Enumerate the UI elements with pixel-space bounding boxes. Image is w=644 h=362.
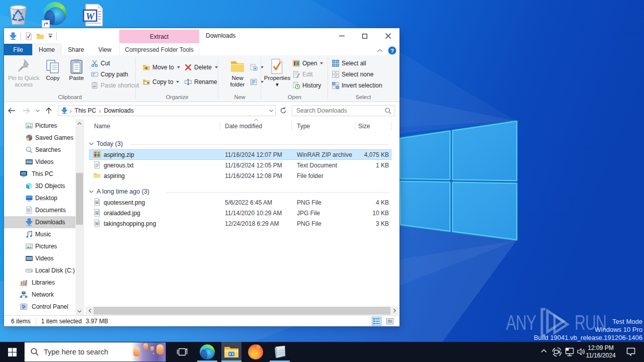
column-header-type[interactable]: Type: [297, 121, 310, 132]
sidebar-item-local-disk-c-[interactable]: Local Disk (C:): [4, 264, 75, 277]
file-row-oraladded-jpg[interactable]: oraladded.jpg 11/14/2020 10:29 AM JPG Fi…: [89, 208, 391, 218]
desktop-icon-word-document[interactable]: W: [83, 4, 107, 30]
sidebar-item-pictures[interactable]: Pictures: [4, 240, 75, 252]
ribbon-button-new-folder[interactable]: New folder: [224, 56, 251, 93]
address-bar[interactable]: › This PC › Downloads: [58, 105, 276, 116]
tab-file[interactable]: File: [4, 44, 32, 55]
minimize-button[interactable]: [330, 28, 353, 44]
breadcrumb-this-pc[interactable]: This PC: [73, 107, 97, 114]
up-button[interactable]: [42, 107, 55, 114]
search-icon[interactable]: [385, 108, 391, 114]
breadcrumb-downloads[interactable]: Downloads: [103, 107, 134, 114]
column-header-date-modified[interactable]: Date modified: [225, 121, 262, 132]
search-highlight-image[interactable]: [131, 342, 166, 361]
ribbon-button-paste[interactable]: Paste: [65, 56, 88, 93]
sidebar-item-desktop[interactable]: Desktop: [4, 192, 75, 204]
ribbon-button-paste-shortcut[interactable]: Paste shortcut: [91, 80, 139, 91]
ribbon-button-copy-path[interactable]: Copy path: [91, 69, 128, 80]
sidebar-item-downloads[interactable]: Downloads: [4, 216, 75, 228]
column-separator[interactable]: [291, 122, 292, 131]
ribbon-button-history[interactable]: History: [292, 80, 321, 91]
forward-button[interactable]: [19, 108, 33, 114]
tab-view[interactable]: View: [91, 44, 119, 55]
horizontal-scrollbar[interactable]: [86, 307, 398, 315]
sidebar-item-network[interactable]: Network: [4, 289, 75, 301]
tray-recording-icon[interactable]: [552, 347, 562, 357]
sidebar-item-music[interactable]: Music: [4, 228, 75, 240]
ribbon-button-delete[interactable]: Delete: [184, 62, 218, 73]
scroll-right-icon[interactable]: [390, 307, 398, 315]
sidebar-item-libraries[interactable]: Libraries: [4, 277, 75, 289]
ribbon-button-properties-[interactable]: Properties ▾: [263, 56, 291, 93]
column-separator[interactable]: [391, 122, 391, 131]
column-separator[interactable]: [355, 122, 355, 131]
search-input[interactable]: [292, 107, 385, 114]
scroll-left-icon[interactable]: [86, 307, 94, 315]
file-row-gnerous-txt[interactable]: gnerous.txt 11/16/2024 12:05 PM Text Doc…: [89, 160, 391, 170]
tray-network-icon[interactable]: [565, 347, 575, 356]
title-bar[interactable]: Extract Downloads: [4, 28, 399, 44]
ribbon-button-select-none[interactable]: Select none: [332, 69, 373, 80]
ribbon-button-pin-to-quick-access[interactable]: Pin to Quick access: [7, 56, 40, 93]
scroll-up-icon[interactable]: [75, 119, 84, 127]
scrollbar-thumb[interactable]: [76, 173, 83, 225]
desktop-icon-recycle-bin[interactable]: [6, 3, 30, 29]
scrollbar-thumb[interactable]: [94, 307, 390, 315]
qat-properties-icon[interactable]: [25, 32, 33, 40]
ribbon-button-select-all[interactable]: Select all: [332, 58, 366, 69]
sidebar-item-control-panel[interactable]: Control Panel: [4, 301, 75, 313]
sidebar-item-searches[interactable]: Searches: [4, 144, 75, 156]
ribbon-button-invert-selection[interactable]: Invert selection: [332, 80, 382, 91]
tab-home[interactable]: Home: [32, 44, 61, 55]
recent-locations-icon[interactable]: [33, 110, 42, 112]
address-dropdown-icon[interactable]: [266, 105, 277, 116]
task-view-button[interactable]: [172, 342, 192, 362]
sidebar-item-3d-objects[interactable]: 3D Objects: [4, 180, 75, 192]
sort-ascending-icon[interactable]: [254, 119, 258, 121]
column-separator[interactable]: [220, 122, 220, 131]
contextual-tab-group-header[interactable]: Extract: [119, 30, 199, 43]
file-group-header[interactable]: A long time ago (3): [89, 181, 391, 197]
tab-compressed-folder-tools[interactable]: Compressed Folder Tools: [119, 44, 199, 55]
ribbon-button-rename[interactable]: Rename: [184, 76, 217, 87]
qat-customize-icon[interactable]: [48, 34, 53, 38]
group-collapse-icon[interactable]: [89, 190, 94, 193]
action-center-icon[interactable]: [626, 347, 636, 356]
file-row-takingshopping-png[interactable]: takingshopping.png 12/24/2018 6:29 AM PN…: [89, 218, 391, 229]
start-button[interactable]: [0, 342, 24, 362]
group-collapse-icon[interactable]: [89, 142, 94, 145]
ribbon-button-move-to[interactable]: Move to: [142, 62, 180, 73]
ribbon-button-edit[interactable]: Edit: [292, 69, 313, 80]
pane-splitter[interactable]: [84, 119, 84, 315]
ribbon-button-cut[interactable]: Cut: [91, 58, 110, 69]
taskbar-app-file-explorer[interactable]: [221, 342, 242, 362]
sidebar-item-videos[interactable]: Videos: [4, 156, 75, 168]
sidebar-item-saved-games[interactable]: Saved Games: [4, 132, 75, 144]
file-row-aspiring-zip[interactable]: aspiring.zip 11/16/2024 12:07 PM WinRAR …: [89, 149, 391, 160]
file-row-quotessent-png[interactable]: quotessent.png 5/6/2022 6:45 AM PNG File…: [89, 197, 391, 208]
taskbar-app-notepad[interactable]: [270, 342, 290, 362]
tab-share[interactable]: Share: [61, 44, 91, 55]
sidebar-item-this-pc[interactable]: This PC: [4, 168, 75, 180]
taskbar-app-microsoft-edge[interactable]: [197, 342, 217, 362]
qat-new-folder-icon[interactable]: [36, 32, 44, 40]
maximize-button[interactable]: [353, 28, 376, 44]
ribbon-button-open[interactable]: Open: [292, 58, 323, 69]
back-button[interactable]: [4, 108, 19, 114]
ribbon-button-copy[interactable]: Copy: [40, 56, 65, 93]
sidebar-item-documents[interactable]: Documents: [4, 204, 75, 216]
sidebar-item-pictures[interactable]: Pictures: [4, 120, 75, 132]
taskbar-app-firefox[interactable]: [246, 342, 266, 362]
minimize-ribbon-icon[interactable]: [377, 49, 383, 53]
file-row-aspiring[interactable]: aspiring 11/16/2024 12:08 PM File folder: [89, 170, 391, 181]
tray-chevron-icon[interactable]: [541, 349, 547, 353]
close-button[interactable]: [376, 28, 399, 44]
taskbar-clock[interactable]: 12:09 PM 11/16/2024: [583, 344, 619, 359]
file-group-header[interactable]: Today (3): [89, 132, 391, 149]
navigation-scrollbar[interactable]: [75, 119, 84, 315]
sidebar-item-videos[interactable]: Videos: [4, 252, 75, 264]
thumbnail-view-button[interactable]: [385, 317, 394, 326]
search-box[interactable]: [292, 105, 395, 116]
taskbar-search[interactable]: Type here to search: [24, 342, 166, 362]
ribbon-button-copy-to[interactable]: Copy to: [142, 76, 179, 87]
